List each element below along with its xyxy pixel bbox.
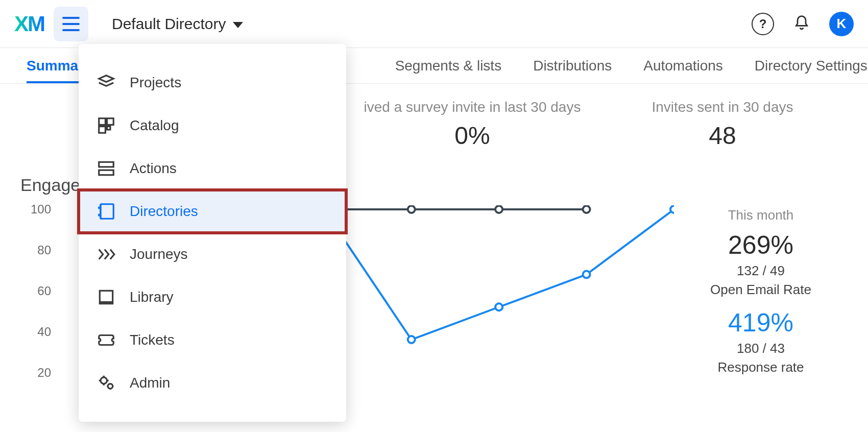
directory-selector[interactable]: Default Directory [112, 15, 243, 33]
nav-item-catalog[interactable]: Catalog [79, 104, 346, 147]
svg-rect-17 [99, 170, 114, 175]
actions-icon [96, 158, 116, 179]
main-menu-button[interactable] [54, 7, 88, 41]
user-avatar[interactable]: K [829, 12, 854, 36]
svg-rect-13 [107, 118, 114, 125]
tab-directory-settings[interactable]: Directory Settings [755, 58, 867, 83]
svg-point-8 [408, 336, 415, 343]
admin-icon [96, 373, 116, 393]
question-icon: ? [759, 17, 767, 31]
avatar-initial: K [837, 16, 847, 32]
svg-point-11 [670, 206, 674, 213]
open-email-rate-pct: 269% [674, 230, 848, 260]
notifications-button[interactable] [793, 15, 810, 33]
help-button[interactable]: ? [752, 13, 774, 35]
metric-value: 48 [597, 122, 848, 150]
metric-value: 0% [347, 122, 597, 150]
nav-item-library[interactable]: Library [79, 276, 346, 319]
hamburger-line-icon [62, 29, 80, 31]
svg-rect-14 [99, 127, 106, 133]
catalog-icon [96, 115, 116, 136]
nav-item-label: Library [130, 289, 174, 305]
nav-item-actions[interactable]: Actions [79, 147, 346, 190]
response-rate-label: Response rate [674, 359, 848, 375]
hamburger-line-icon [62, 23, 80, 25]
nav-item-admin[interactable]: Admin [79, 362, 346, 404]
y-tick: 100 [20, 202, 51, 217]
directory-name: Default Directory [112, 15, 226, 33]
y-tick: 20 [20, 366, 51, 380]
svg-rect-16 [99, 162, 114, 167]
response-rate-frac: 180 / 43 [674, 341, 848, 356]
metric-label: ived a survey invite in last 30 days [347, 99, 597, 115]
stats-period: This month [674, 207, 848, 223]
nav-item-tickets[interactable]: Tickets [79, 319, 346, 362]
nav-item-directories[interactable]: Directories [79, 190, 346, 233]
tab-distributions[interactable]: Distributions [533, 58, 612, 83]
response-rate-pct: 419% [674, 308, 848, 338]
svg-point-9 [495, 303, 502, 310]
tab-automations[interactable]: Automations [643, 58, 723, 83]
y-tick: 40 [20, 325, 51, 339]
projects-icon [96, 73, 116, 93]
svg-point-5 [583, 206, 590, 213]
open-email-rate-label: Open Email Rate [674, 282, 848, 298]
nav-item-label: Catalog [130, 117, 179, 134]
chevron-down-icon [233, 22, 243, 28]
y-tick: 60 [20, 284, 51, 298]
open-email-rate-frac: 132 / 49 [674, 263, 848, 279]
y-tick: 80 [20, 243, 51, 257]
library-icon [96, 287, 116, 307]
svg-point-3 [408, 206, 415, 213]
bell-icon [793, 15, 810, 31]
tickets-icon [96, 330, 116, 350]
nav-item-label: Admin [130, 375, 170, 391]
nav-item-label: Tickets [130, 332, 175, 348]
app-header: XM Default Directory ? K [0, 0, 868, 48]
hamburger-line-icon [62, 17, 80, 19]
nav-item-label: Actions [130, 160, 177, 177]
metric-label: Invites sent in 30 days [597, 99, 848, 115]
nav-item-label: Projects [130, 75, 181, 91]
svg-point-20 [101, 377, 107, 384]
svg-point-4 [495, 206, 502, 213]
journeys-icon [96, 244, 116, 265]
nav-item-label: Directories [130, 203, 198, 220]
svg-rect-15 [107, 127, 110, 130]
main-nav-dropdown: Projects Catalog Actions Directories Jou… [79, 44, 346, 422]
nav-item-label: Journeys [130, 246, 188, 262]
xm-logo: XM [14, 12, 44, 36]
svg-rect-12 [99, 118, 106, 125]
tab-segments-lists[interactable]: Segments & lists [395, 58, 502, 83]
metric-invites-sent: Invites sent in 30 days 48 [597, 99, 848, 150]
metric-survey-invite-pct: ived a survey invite in last 30 days 0% [347, 99, 597, 150]
stats-panel: This month 269% 132 / 49 Open Email Rate… [674, 205, 848, 386]
header-right-group: ? K [752, 12, 854, 36]
svg-rect-18 [101, 204, 113, 219]
directories-icon [96, 201, 116, 222]
nav-item-projects[interactable]: Projects [79, 61, 346, 104]
nav-item-journeys[interactable]: Journeys [79, 233, 346, 276]
svg-point-21 [108, 384, 113, 389]
svg-point-10 [583, 271, 590, 278]
